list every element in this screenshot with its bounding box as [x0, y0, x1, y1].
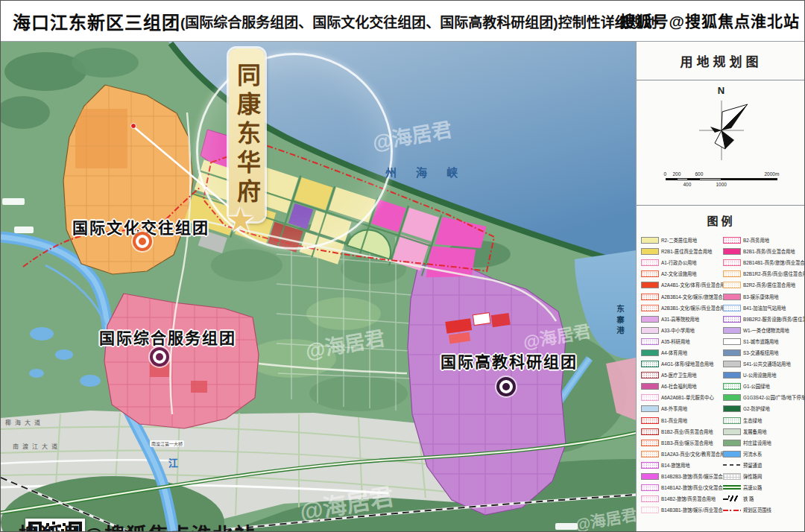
- legend-item-label: A6A2A6B1-单元服务中心: [661, 394, 714, 401]
- legend-item-label: 村庄建设用地: [743, 440, 771, 446]
- legend-swatch: [723, 440, 741, 446]
- district-marker-service-icon: [150, 347, 169, 367]
- legend-swatch: [641, 237, 659, 244]
- scale-tick: 0: [664, 171, 667, 177]
- legend-item-label: G2-防护绿地: [743, 405, 770, 412]
- legend-item: 村庄建设用地: [723, 437, 805, 449]
- legend-item: U-公用设施用地: [723, 370, 805, 381]
- legend-item-label: 铁 路: [743, 495, 754, 502]
- legend-column-left: R2-二类居住用地 R2B1-居住商业混合用地 A1-行政办公用地 A2-文化设…: [641, 235, 723, 516]
- legend-item-label: B2B1-商务/商业混合用地: [743, 248, 795, 255]
- legend-swatch: [641, 451, 659, 457]
- legend-swatch: [723, 451, 741, 457]
- legend-item-label: A31-高等院校用地: [661, 316, 699, 323]
- legend-item: A4G1-体育/绿地混合用地: [641, 358, 723, 370]
- north-label: N: [718, 85, 724, 96]
- legend-item: B14-旅馆用地: [641, 460, 723, 471]
- district-label-education: 国际高教科研组团: [441, 349, 578, 372]
- legend-item: 生态绿地: [723, 415, 805, 426]
- legend-swatch: [641, 495, 659, 502]
- legend-swatch: [641, 417, 659, 424]
- scale-tick: 600: [695, 171, 704, 177]
- compass-rose-icon: [688, 97, 755, 164]
- legend-item-label: B2-商务用地: [743, 237, 769, 244]
- legend-item-label: B9B2R2-服务设施/商务/居住混合用地: [743, 316, 805, 323]
- legend-swatch: [641, 294, 659, 300]
- legend-item: S41-公共交通场站用地: [723, 358, 805, 370]
- legend-swatch: [641, 428, 659, 435]
- legend-item-label: B14B1A2-旅馆/商业/文化混合用地: [661, 484, 732, 491]
- legend-swatch: [641, 484, 659, 491]
- sea-label: 州海峡: [385, 164, 477, 180]
- watermark-sohu-top: 搜狐号@搜狐焦点淮北站: [620, 9, 800, 31]
- legend-item-label: W1-一类仓储物流用地: [743, 327, 789, 334]
- legend-item-label: R2B1-居住商业混合用地: [661, 248, 712, 255]
- legend-item-label: B2R2-商务/居住混合用地: [743, 282, 795, 288]
- legend-item: B14B1A2-旅馆/商业/文化混合用地: [641, 482, 723, 493]
- district-marker-culture-icon: [133, 232, 152, 251]
- legend-item: 河流水系: [723, 449, 805, 460]
- legend-item: B14B3B1-旅馆/娱乐/商业混合用地: [641, 504, 723, 516]
- legend-swatch: [723, 327, 741, 334]
- legend-item: 发展备用地: [723, 426, 805, 437]
- legend-item: B2-商务用地: [723, 235, 805, 246]
- legend-swatch: [723, 248, 741, 255]
- legend-item: B2B14B1-商务/旅馆/商业混合用地: [723, 257, 805, 268]
- compass-section: N 0 200 600 2000m 400 1: [637, 80, 805, 206]
- legend-swatch: [641, 507, 659, 513]
- legend-item-label: B1-商业用地: [661, 417, 687, 424]
- legend-item: B1-商业用地: [641, 415, 723, 426]
- legend-swatch: [641, 259, 659, 266]
- legend-item-label: A5-医疗卫生用地: [661, 372, 697, 379]
- legend-title: 图例: [637, 212, 805, 228]
- legend-item: S3-交通枢纽用地: [723, 347, 805, 358]
- legend-swatch: [641, 338, 659, 345]
- legend-item-label: B1B2-商业/商务混合用地: [661, 428, 713, 435]
- legend-item-label: 生态绿地: [743, 417, 762, 424]
- legend-swatch: [641, 270, 659, 277]
- legend-item: A6A2A6B1-单元服务中心: [641, 392, 723, 403]
- legend-item-label: S3-交通枢纽用地: [743, 349, 779, 356]
- legend-item-label: A33-中小学用地: [661, 327, 695, 334]
- legend-item-label: B1A2A3-商业/文化/教育混合用地: [661, 451, 730, 457]
- legend-swatch: [641, 248, 659, 255]
- legend-swatch: [723, 495, 741, 502]
- legend-item: A33-中小学用地: [641, 325, 723, 336]
- sidebar: 用地规划图 N 0 200 600 2000m: [636, 42, 805, 532]
- legend-item: G2-防护绿地: [723, 403, 805, 414]
- legend-item-label: B3-娱乐康体用地: [743, 294, 779, 300]
- legend-swatch: [641, 316, 659, 323]
- legend-item-label: 河流水系: [743, 451, 762, 457]
- legend-item: A6-社会福利用地: [641, 381, 723, 392]
- legend-swatch: [641, 361, 659, 367]
- legend-item-label: A35-科研用地: [661, 338, 690, 345]
- legend-item: B14B2B3-旅馆/商务/娱乐混合用地: [641, 471, 723, 482]
- legend-swatch: [641, 282, 659, 288]
- legend-item-label: S41-公共交通场站用地: [743, 361, 791, 367]
- legend-item: A2-文化设施用地: [641, 268, 723, 279]
- legend-item: B3-娱乐康体用地: [723, 291, 805, 302]
- legend-item-label: 预留通道: [743, 462, 762, 469]
- legend-swatch: [641, 473, 659, 480]
- legend-swatch: [641, 372, 659, 379]
- legend-swatch: [641, 383, 659, 390]
- legend-item-label: 高速公路: [743, 484, 762, 491]
- legend-swatch: [723, 484, 741, 491]
- legend-item-label: A4G1-体育/绿地混合用地: [661, 361, 713, 367]
- legend-swatch: [723, 507, 741, 513]
- legend-item: A1-行政办公用地: [641, 257, 723, 268]
- page-title-sub: (国际综合服务组团、国际文化交往组团、国际高教科研组团)控制性详细规划: [180, 11, 657, 31]
- legend-item-label: B2B1R2-商务/商业/居住混合用地: [743, 270, 805, 277]
- project-banner-label: 同康东华府: [230, 63, 264, 208]
- legend-item: A8-外事用地: [641, 403, 723, 414]
- legend-item-label: B2B14B1-商务/旅馆/商业混合用地: [743, 259, 805, 266]
- legend-item: A2A4B1-文化/体育/商业混合用地: [641, 279, 723, 291]
- legend-item: B2B1-商务/商业混合用地: [723, 246, 805, 257]
- legend-item-label: B14B2B3-旅馆/商务/娱乐混合用地: [661, 473, 732, 480]
- legend-swatch: [641, 440, 659, 446]
- legend-item-label: B41-加油加气站用地: [743, 305, 786, 311]
- legend-item: G1-公园绿地: [723, 381, 805, 392]
- legend-section: 图例 R2-二类居住用地 R2B1-居住商业混合用地 A1-行政办公用地 A2-…: [637, 212, 805, 516]
- legend-item-label: A2B3B14-文化/娱乐/旅馆混合用地: [661, 294, 732, 300]
- legend-column-right: B2-商务用地 B2B1-商务/商业混合用地 B2B14B1-商务/旅馆/商业混…: [723, 235, 805, 516]
